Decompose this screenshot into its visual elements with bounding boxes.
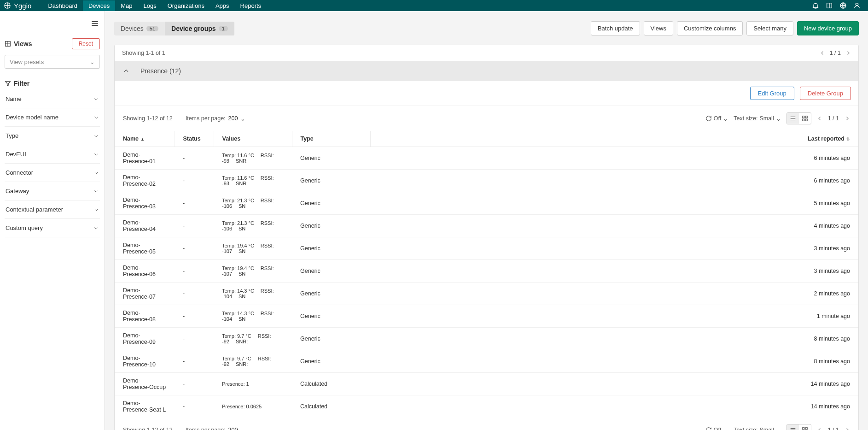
table-row[interactable]: Demo-Presence-08-Temp: 14.3 °CRSSI: -104… — [115, 305, 858, 328]
bell-icon[interactable] — [812, 2, 819, 9]
filter-type[interactable]: Type — [5, 127, 100, 145]
list-view-button[interactable] — [787, 424, 799, 430]
brand[interactable]: Yggio — [4, 2, 31, 10]
table-row[interactable]: Demo-Presence-05-Temp: 19.4 °CRSSI: -107… — [115, 237, 858, 260]
groups-page-text: 1 / 1 — [830, 50, 841, 56]
view-presets-select[interactable]: View presets ⌄ — [5, 55, 100, 69]
chevron-left-icon[interactable] — [817, 427, 822, 430]
grid-view-button[interactable] — [799, 424, 811, 430]
items-per-page[interactable]: Items per page: 200 ⌄ — [186, 427, 246, 430]
grid-view-button[interactable] — [799, 113, 811, 124]
chevron-down-icon: ⌄ — [90, 59, 95, 65]
nav-item-organizations[interactable]: Organizations — [162, 0, 210, 11]
filter-name[interactable]: Name — [5, 90, 100, 108]
chevron-down-icon — [93, 115, 99, 120]
tab-device-groups[interactable]: Device groups 1 — [165, 22, 234, 35]
table-row[interactable]: Demo-Presence-Occup-Presence: 1Calculate… — [115, 373, 858, 395]
chevron-down-icon — [93, 188, 99, 194]
filter-device-model-name[interactable]: Device model name — [5, 108, 100, 127]
svg-rect-6 — [805, 116, 807, 118]
col-name[interactable]: Name▲ — [115, 131, 175, 147]
table-row[interactable]: Demo-Presence-03-Temp: 21.3 °CRSSI: -106… — [115, 192, 858, 215]
table-row[interactable]: Demo-Presence-Seat L-Presence: 0.0625Cal… — [115, 395, 858, 418]
nav-item-reports[interactable]: Reports — [235, 0, 267, 11]
chevron-down-icon: ⌄ — [240, 115, 245, 122]
text-size-select[interactable]: Text size: Small ⌄ — [734, 427, 781, 430]
nav-item-dashboard[interactable]: Dashboard — [42, 0, 83, 11]
delete-group-button[interactable]: Delete Group — [800, 87, 851, 100]
reset-button[interactable]: Reset — [72, 38, 100, 49]
svg-rect-9 — [802, 428, 804, 430]
chevron-left-icon[interactable] — [817, 116, 822, 121]
chevron-right-icon[interactable] — [845, 50, 851, 56]
refresh-icon — [705, 427, 712, 430]
chevron-down-icon — [93, 170, 99, 176]
devices-table: Name▲ Status Values Type Last reported⇅ … — [115, 131, 858, 418]
globe-icon[interactable] — [839, 2, 847, 9]
refresh-icon — [705, 115, 712, 122]
chevron-down-icon: ⌄ — [723, 427, 728, 430]
list-view-button[interactable] — [787, 113, 799, 124]
new-device-group-button[interactable]: New device group — [797, 21, 859, 35]
nav-item-devices[interactable]: Devices — [83, 0, 115, 11]
chevron-right-icon[interactable] — [845, 427, 850, 430]
table-row[interactable]: Demo-Presence-06-Temp: 19.4 °CRSSI: -107… — [115, 260, 858, 283]
views-icon — [5, 41, 11, 47]
chevron-up-icon[interactable] — [123, 68, 129, 74]
devices-count-badge: 51 — [146, 26, 158, 31]
auto-refresh-toggle[interactable]: Off⌄ — [705, 115, 728, 122]
filter-contextual-parameter[interactable]: Contextual parameter — [5, 200, 100, 219]
customize-columns-button[interactable]: Customize columns — [677, 21, 743, 35]
batch-update-button[interactable]: Batch update — [591, 21, 640, 35]
svg-rect-10 — [805, 428, 807, 430]
filter-icon — [5, 80, 11, 87]
chevron-down-icon — [93, 207, 99, 212]
group-header[interactable]: Presence (12) — [115, 61, 858, 81]
filter-connector[interactable]: Connector — [5, 164, 100, 182]
nav-item-map[interactable]: Map — [115, 0, 138, 11]
edit-group-button[interactable]: Edit Group — [750, 87, 794, 100]
col-last-reported[interactable]: Last reported⇅ — [370, 131, 858, 147]
groups-showing-text: Showing 1-1 of 1 — [122, 50, 165, 56]
nav-item-apps[interactable]: Apps — [210, 0, 235, 11]
select-many-button[interactable]: Select many — [746, 21, 793, 35]
views-label: Views — [14, 40, 32, 47]
col-type[interactable]: Type — [292, 131, 370, 147]
filter-gateway[interactable]: Gateway — [5, 182, 100, 200]
chevron-left-icon[interactable] — [820, 50, 825, 56]
chevron-right-icon[interactable] — [845, 116, 850, 121]
chevron-down-icon: ⌄ — [723, 115, 728, 122]
tab-devices[interactable]: Devices 51 — [114, 22, 165, 35]
text-size-select[interactable]: Text size: Small ⌄ — [734, 115, 781, 122]
svg-rect-8 — [805, 119, 807, 121]
preset-placeholder: View presets — [10, 59, 44, 65]
table-row[interactable]: Demo-Presence-01-Temp: 11.6 °CRSSI: -93S… — [115, 147, 858, 170]
table-row[interactable]: Demo-Presence-09-Temp: 9.7 °CRSSI: -92SN… — [115, 328, 858, 350]
nav-item-logs[interactable]: Logs — [138, 0, 162, 11]
table-page-text: 1 / 1 — [828, 427, 839, 430]
chevron-down-icon — [93, 133, 99, 139]
topnav: Yggio DashboardDevicesMapLogsOrganizatio… — [0, 0, 868, 11]
auto-refresh-toggle[interactable]: Off⌄ — [705, 427, 728, 430]
table-row[interactable]: Demo-Presence-02-Temp: 11.6 °CRSSI: -93S… — [115, 170, 858, 192]
filter-deveui[interactable]: DevEUI — [5, 145, 100, 164]
filter-label: Filter — [14, 80, 29, 87]
brand-text: Yggio — [14, 2, 31, 10]
table-row[interactable]: Demo-Presence-07-Temp: 14.3 °CRSSI: -104… — [115, 283, 858, 305]
table-showing-text: Showing 1-12 of 12 — [123, 427, 173, 430]
table-row[interactable]: Demo-Presence-04-Temp: 21.3 °CRSSI: -106… — [115, 215, 858, 237]
views-button[interactable]: Views — [644, 21, 673, 35]
col-status[interactable]: Status — [175, 131, 214, 147]
user-icon[interactable] — [853, 2, 861, 9]
chevron-down-icon — [93, 152, 99, 157]
table-row[interactable]: Demo-Presence-10-Temp: 9.7 °CRSSI: -92SN… — [115, 350, 858, 373]
items-per-page[interactable]: Items per page: 200 ⌄ — [186, 115, 246, 122]
book-icon[interactable] — [826, 2, 833, 9]
chevron-down-icon: ⌄ — [776, 427, 781, 430]
filter-custom-query[interactable]: Custom query — [5, 219, 100, 237]
menu-icon[interactable] — [90, 19, 100, 28]
groups-count-badge: 1 — [219, 26, 228, 31]
col-values[interactable]: Values — [214, 131, 292, 147]
svg-point-3 — [856, 3, 858, 6]
sidebar: Views Reset View presets ⌄ Filter NameDe… — [0, 11, 105, 430]
